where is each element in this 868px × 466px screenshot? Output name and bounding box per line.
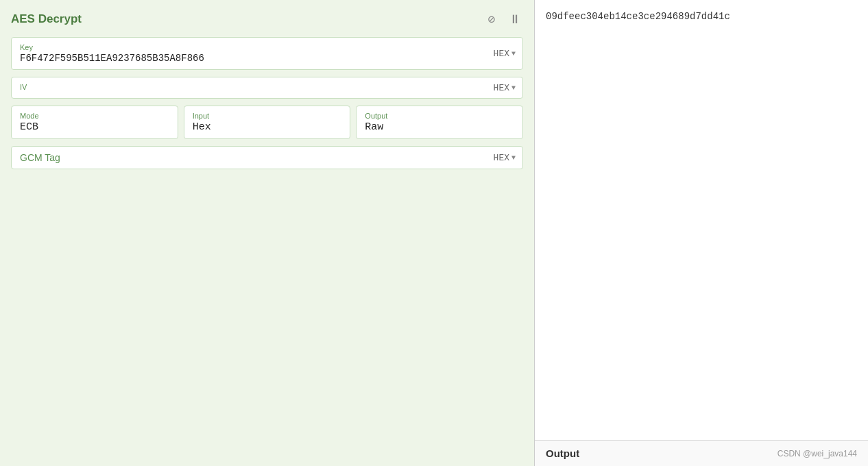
mode-label: Mode	[20, 112, 169, 120]
output-type-value: Raw	[365, 121, 514, 133]
output-footer-label: Output	[546, 447, 579, 459]
mode-field[interactable]: Mode ECB	[11, 106, 178, 139]
key-label: Key	[20, 43, 514, 51]
left-panel: AES Decrypt ⊘ ⏸ Key F6F472F595B511EA9237…	[0, 0, 535, 466]
output-type-label: Output	[365, 112, 514, 120]
key-field: Key F6F472F595B511EA9237685B35A8F866 HEX…	[11, 37, 523, 70]
iv-label: IV	[20, 83, 514, 91]
gcm-tag-field: GCM Tag HEX ▼	[11, 146, 523, 169]
pause-icon[interactable]: ⏸	[507, 11, 523, 27]
key-hex-label: HEX	[494, 49, 509, 59]
watermark-text: CSDN @wei_java144	[777, 449, 857, 458]
cancel-icon[interactable]: ⊘	[483, 11, 500, 27]
gcm-tag-label: GCM Tag	[20, 152, 60, 163]
gcm-hex-button[interactable]: HEX ▼	[494, 153, 516, 163]
key-hex-button[interactable]: HEX ▼	[494, 49, 516, 59]
output-type-field[interactable]: Output Raw	[356, 106, 523, 139]
key-hex-arrow: ▼	[511, 50, 516, 58]
header-row: AES Decrypt ⊘ ⏸	[11, 11, 523, 27]
gcm-hex-arrow: ▼	[511, 154, 516, 162]
input-field[interactable]: Input Hex	[184, 106, 351, 139]
input-value: Hex	[193, 121, 342, 133]
gcm-hex-label: HEX	[494, 153, 509, 163]
input-label: Input	[193, 112, 342, 120]
output-text: 09dfeec304eb14ce3ce294689d7dd41c	[535, 0, 868, 440]
iv-field: IV HEX ▼	[11, 77, 523, 99]
mode-input-output-row: Mode ECB Input Hex Output Raw	[11, 106, 523, 139]
iv-hex-label: HEX	[494, 83, 509, 93]
header-icons: ⊘ ⏸	[483, 11, 523, 27]
iv-hex-button[interactable]: HEX ▼	[494, 83, 516, 93]
right-panel: 09dfeec304eb14ce3ce294689d7dd41c Output …	[535, 0, 868, 466]
iv-hex-arrow: ▼	[511, 84, 516, 92]
mode-value: ECB	[20, 121, 169, 133]
panel-title: AES Decrypt	[11, 12, 82, 26]
output-footer: Output CSDN @wei_java144	[535, 440, 868, 466]
key-value[interactable]: F6F472F595B511EA9237685B35A8F866	[20, 53, 514, 64]
